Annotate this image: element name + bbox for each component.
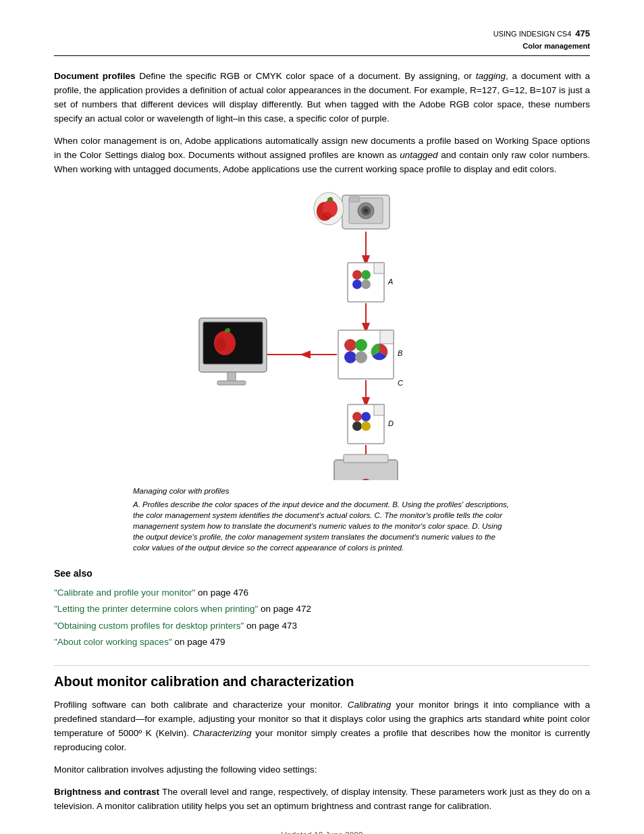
figure-container: A B [54, 190, 590, 553]
svg-point-44 [352, 412, 362, 421]
section2-para1: Profiling software can both calibrate an… [54, 698, 590, 755]
link-text-3[interactable]: "Obtaining custom profiles for desktop p… [54, 621, 244, 631]
brightness-label: Brightness and contrast [54, 787, 159, 797]
doc-profiles-label: Document profiles [54, 71, 135, 81]
see-also-link-3[interactable]: "Obtaining custom profiles for desktop p… [54, 619, 590, 633]
svg-rect-5 [349, 197, 360, 202]
link-page-4: on page 479 [172, 637, 225, 647]
svg-rect-43 [374, 405, 384, 415]
caption-body: A. Profiles describe the color spaces of… [133, 500, 509, 552]
svg-point-18 [361, 280, 371, 289]
svg-text:D: D [388, 419, 394, 427]
s2p1-italic2: Characterizing [193, 728, 252, 738]
svg-text:A: A [387, 278, 393, 286]
header-section-label: Color management [493, 41, 590, 52]
svg-text:C: C [398, 379, 403, 387]
section2-heading: About monitor calibration and characteri… [54, 665, 590, 690]
svg-point-24 [344, 339, 356, 351]
link-text-4[interactable]: "About color working spaces" [54, 637, 172, 647]
svg-point-17 [352, 280, 362, 289]
link-text-1[interactable]: "Calibrate and profile your monitor" [54, 588, 195, 598]
link-page-1: on page 476 [195, 588, 248, 598]
header-page-number: 475 [575, 27, 590, 41]
footer-text: Updated 18 June 2009 [281, 831, 363, 834]
svg-rect-14 [374, 263, 384, 273]
doc-profiles-paragraph: Document profiles Define the specific RG… [54, 70, 590, 126]
section2-para2: Monitor calibration involves adjusting t… [54, 763, 590, 777]
doc-profiles-italic: tagging [476, 71, 506, 81]
svg-point-4 [364, 209, 368, 213]
figure-caption: Managing color with profiles A. Profiles… [133, 486, 511, 553]
caption-title: Managing color with profiles [133, 486, 511, 496]
see-also-link-2[interactable]: "Letting the printer determine colors wh… [54, 602, 590, 616]
link-page-3: on page 473 [244, 621, 297, 631]
link-text-2[interactable]: "Letting the printer determine colors wh… [54, 604, 258, 614]
para2-italic: untagged [400, 150, 437, 160]
svg-rect-37 [227, 372, 236, 382]
svg-point-45 [361, 412, 371, 421]
svg-text:B: B [398, 349, 402, 357]
svg-point-27 [355, 351, 367, 363]
page: USING INDESIGN CS4 475 Color management … [0, 0, 644, 834]
header-chapter: USING INDESIGN CS4 [493, 28, 572, 40]
page-footer: Updated 18 June 2009 [0, 829, 644, 834]
see-also-link-1[interactable]: "Calibrate and profile your monitor" on … [54, 586, 590, 600]
color-management-diagram: A B [180, 190, 464, 480]
svg-point-16 [361, 270, 371, 280]
brightness-paragraph: Brightness and contrast The overall leve… [54, 785, 590, 814]
color-management-paragraph: When color management is on, Adobe appli… [54, 134, 590, 177]
svg-point-47 [361, 421, 371, 431]
svg-point-26 [344, 351, 356, 363]
svg-rect-51 [344, 454, 388, 463]
svg-point-35 [215, 338, 226, 351]
header-right: USING INDESIGN CS4 475 Color management [493, 27, 590, 51]
svg-point-46 [352, 421, 362, 431]
page-header: USING INDESIGN CS4 475 Color management [54, 27, 590, 56]
doc-profiles-text1: Define the specific RGB or CMYK color sp… [135, 71, 475, 81]
svg-rect-38 [217, 381, 246, 385]
svg-point-9 [323, 212, 332, 219]
s2p1-italic1: Calibrating [348, 700, 392, 710]
svg-rect-23 [380, 330, 394, 344]
see-also-section: See also "Calibrate and profile your mon… [54, 567, 590, 649]
see-also-link-4[interactable]: "About color working spaces" on page 479 [54, 635, 590, 649]
svg-point-25 [355, 339, 367, 351]
svg-point-15 [352, 270, 362, 280]
see-also-title: See also [54, 567, 590, 581]
link-page-2: on page 472 [258, 604, 311, 614]
s2p1-text1: Profiling software can both calibrate an… [54, 700, 348, 710]
